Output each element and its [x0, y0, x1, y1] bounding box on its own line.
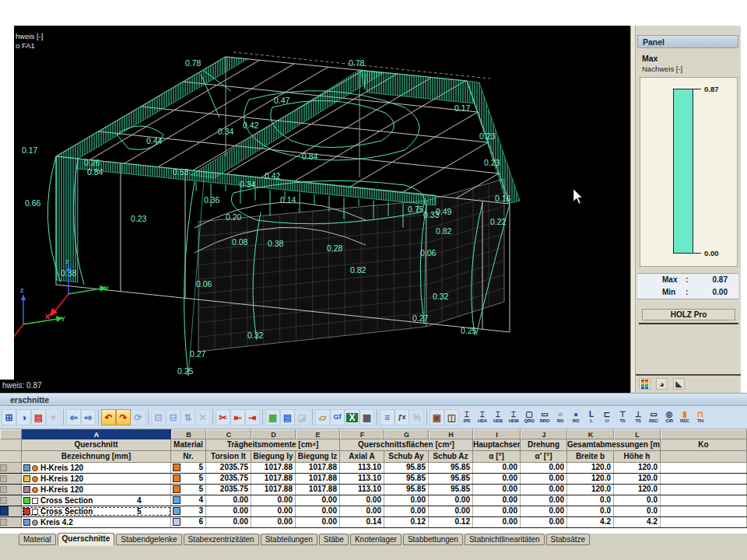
row-header-6[interactable]: [0, 517, 22, 527]
section-name-cell[interactable]: Cross Section4: [22, 495, 171, 506]
tab-stabendgelenke[interactable]: Stabendgelenke: [116, 534, 181, 545]
section-shape-button-l[interactable]: LL: [584, 408, 599, 427]
value-cell-3[interactable]: 1017.88: [296, 474, 340, 484]
value-cell-7[interactable]: 0.00: [473, 506, 521, 516]
value-cell-2[interactable]: 1017.88: [251, 463, 296, 473]
view-table-button[interactable]: ▤: [31, 409, 46, 425]
value-cell-5[interactable]: 95.85: [384, 474, 429, 484]
value-cell-8[interactable]: 0.00: [521, 517, 567, 527]
tab-material[interactable]: Material: [19, 534, 56, 545]
section-shape-button-cir[interactable]: ◎CIR: [661, 408, 677, 427]
next-table-button[interactable]: ⇨: [81, 409, 96, 425]
value-cell-2[interactable]: 1017.88: [251, 485, 296, 495]
value-cell-9[interactable]: 0.0: [567, 495, 614, 506]
section-shape-button-hem[interactable]: ⌶HEM: [506, 408, 521, 427]
section-shape-button-qro[interactable]: ▢QRO: [521, 408, 537, 427]
value-cell-4[interactable]: 0.00: [340, 495, 384, 506]
comment-cell[interactable]: [661, 506, 747, 516]
row-header-5[interactable]: [0, 506, 22, 516]
library-button[interactable]: ▣: [430, 409, 444, 425]
row-list-button[interactable]: ≡: [380, 409, 395, 425]
ramp-tab-icon[interactable]: ◣: [673, 378, 685, 390]
value-cell-5[interactable]: 95.85: [384, 463, 429, 473]
undo-button[interactable]: ↶: [101, 409, 116, 425]
section-shape-button-ipe[interactable]: ⌶IPE: [459, 408, 475, 427]
pan-view-tab-icon[interactable]: ◕: [656, 378, 668, 390]
material-nr-cell[interactable]: 3: [171, 506, 206, 516]
prev-table-button[interactable]: ⇦: [66, 409, 81, 425]
value-cell-1[interactable]: 2035.75: [206, 485, 251, 495]
value-cell-9[interactable]: 120.0: [567, 485, 614, 495]
section-shape-button-hea[interactable]: ⌶HEA: [475, 408, 490, 427]
column-letter-L[interactable]: L: [614, 429, 661, 439]
value-cell-9[interactable]: 120.0: [567, 474, 614, 484]
value-cell-1[interactable]: 0.00: [206, 495, 251, 506]
value-cell-8[interactable]: 0.00: [521, 495, 567, 506]
tab-stabsätze[interactable]: Stabsätze: [546, 534, 590, 545]
value-cell-7[interactable]: 0.00: [473, 517, 521, 527]
value-cell-8[interactable]: 0.00: [521, 463, 567, 473]
column-letter-K[interactable]: K: [567, 429, 614, 439]
column-letter-G[interactable]: G: [384, 429, 429, 439]
color-scale-tab-icon[interactable]: [639, 378, 651, 390]
value-cell-3[interactable]: 0.00: [296, 517, 340, 527]
column-letter-B[interactable]: B: [171, 429, 206, 439]
section-shape-button-ts[interactable]: ⊥TS: [630, 408, 646, 427]
value-cell-4[interactable]: 113.10: [340, 463, 384, 473]
render-button[interactable]: ✶: [46, 409, 61, 425]
value-cell-6[interactable]: 95.85: [429, 463, 473, 473]
delete-button[interactable]: ✕: [195, 409, 210, 425]
move-right-button[interactable]: ⇥: [245, 409, 260, 425]
zoom-window-button[interactable]: ⊞: [2, 409, 16, 425]
section-shape-button-ro[interactable]: ●RO: [568, 408, 584, 427]
material-nr-cell[interactable]: 5: [171, 485, 206, 495]
value-cell-6[interactable]: 0.12: [429, 517, 473, 527]
import-button[interactable]: ⊡: [151, 409, 166, 425]
column-letter-F[interactable]: F: [340, 429, 384, 439]
value-cell-3[interactable]: 1017.88: [296, 463, 340, 473]
value-cell-8[interactable]: 0.00: [521, 485, 567, 495]
value-cell-10[interactable]: 4.2: [614, 517, 661, 527]
tab-stäbe[interactable]: Stäbe: [319, 534, 349, 545]
section-name-cell[interactable]: H-Kreis 120: [22, 485, 171, 495]
tab-querschnitte[interactable]: Querschnitte: [58, 533, 115, 546]
material-nr-cell[interactable]: 5: [171, 463, 206, 473]
section-name-cell[interactable]: H-Kreis 120: [22, 463, 171, 473]
library-2-button[interactable]: ◫: [444, 409, 459, 425]
column-letter-C[interactable]: C: [206, 429, 251, 439]
value-cell-10[interactable]: 0.0: [614, 495, 661, 506]
value-cell-7[interactable]: 0.00: [473, 495, 521, 506]
calculator-button[interactable]: ▦: [359, 409, 374, 425]
edit-note-button[interactable]: ◪: [295, 409, 310, 425]
value-cell-10[interactable]: 120.0: [614, 485, 661, 495]
value-cell-10[interactable]: 0.0: [614, 506, 661, 516]
value-cell-1[interactable]: 2035.75: [206, 463, 251, 473]
value-cell-1[interactable]: 0.00: [206, 517, 251, 527]
value-cell-4[interactable]: 0.00: [340, 506, 384, 516]
section-shape-button-u[interactable]: ⊏U: [599, 408, 615, 427]
value-cell-8[interactable]: 0.00: [521, 474, 567, 484]
import-file-button[interactable]: ▱: [315, 409, 330, 425]
value-cell-2[interactable]: 1017.88: [251, 474, 296, 484]
view-grid-button[interactable]: ▦: [265, 409, 280, 425]
value-cell-7[interactable]: 0.00: [473, 474, 521, 484]
value-cell-1[interactable]: 0.00: [206, 506, 251, 516]
value-cell-7[interactable]: 0.00: [473, 463, 521, 473]
value-cell-9[interactable]: 0.0: [567, 506, 614, 516]
section-shape-button-th[interactable]: ⊓TH: [693, 408, 708, 427]
export-button[interactable]: ⊟: [166, 409, 181, 425]
section-shape-button-heb[interactable]: ⌶HEB: [490, 408, 506, 427]
percent-button[interactable]: %: [409, 409, 424, 425]
section-shape-button-ts[interactable]: ⊤TS: [615, 408, 630, 427]
value-cell-4[interactable]: 113.10: [340, 485, 384, 495]
value-cell-10[interactable]: 120.0: [614, 474, 661, 484]
formula-button[interactable]: ƒx: [395, 409, 409, 425]
value-cell-1[interactable]: 2035.75: [206, 474, 251, 484]
value-cell-5[interactable]: 0.12: [384, 517, 429, 527]
comment-cell[interactable]: [661, 495, 747, 506]
column-letter-J[interactable]: J: [521, 429, 567, 439]
font-button[interactable]: Gf: [330, 409, 345, 425]
section-shape-button-rec[interactable]: ▮REC: [677, 408, 693, 427]
material-nr-cell[interactable]: 5: [171, 474, 206, 484]
row-header-2[interactable]: [0, 474, 22, 484]
